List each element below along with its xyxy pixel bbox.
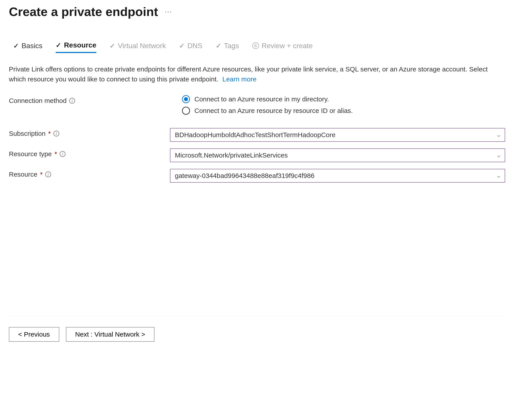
radio-label: Connect to an Azure resource in my direc…: [194, 95, 329, 103]
chevron-down-icon: ⌵: [497, 132, 500, 138]
previous-button[interactable]: < Previous: [9, 327, 59, 342]
radio-checked-icon: [182, 95, 190, 103]
tab-virtual-network[interactable]: ✓ Virtual Network: [110, 41, 166, 53]
required-indicator: *: [54, 150, 57, 158]
wizard-footer: < Previous Next : Virtual Network >: [9, 316, 505, 342]
info-icon[interactable]: i: [69, 98, 75, 104]
resource-type-label: Resource type * i: [9, 149, 170, 158]
tab-review-create[interactable]: 6 Review + create: [252, 41, 313, 53]
check-icon: ✓: [56, 41, 61, 49]
tab-dns[interactable]: ✓ DNS: [179, 41, 202, 53]
learn-more-link[interactable]: Learn more: [222, 75, 256, 83]
select-value: Microsoft.Network/privateLinkServices: [175, 151, 288, 159]
check-icon: ✓: [179, 42, 185, 50]
info-icon[interactable]: i: [60, 151, 66, 157]
radio-label: Connect to an Azure resource by resource…: [194, 107, 353, 114]
radio-option-resource-id[interactable]: Connect to an Azure resource by resource…: [182, 107, 505, 115]
info-icon[interactable]: i: [53, 131, 59, 136]
subscription-select[interactable]: BDHadoopHumboldtAdhocTestShortTermHadoop…: [170, 128, 505, 142]
connection-method-row: Connection method i Connect to an Azure …: [9, 95, 505, 115]
info-icon[interactable]: i: [45, 172, 51, 177]
select-value: BDHadoopHumboldtAdhocTestShortTermHadoop…: [175, 131, 336, 139]
step-number-icon: 6: [252, 42, 259, 49]
resource-row: Resource * i gateway-0344bad99643488e88e…: [9, 169, 505, 183]
tab-label: Review + create: [262, 42, 313, 50]
check-icon: ✓: [110, 42, 115, 50]
tab-basics[interactable]: ✓ Basics: [13, 41, 42, 53]
chevron-down-icon: ⌵: [497, 152, 500, 158]
select-value: gateway-0344bad99643488e88eaf319f9c4f986: [175, 172, 315, 180]
resource-type-select[interactable]: Microsoft.Network/privateLinkServices ⌵: [170, 149, 505, 162]
subscription-row: Subscription * i BDHadoopHumboldtAdhocTe…: [9, 128, 505, 142]
page-header: Create a private endpoint ···: [9, 4, 505, 19]
more-options-icon[interactable]: ···: [165, 8, 172, 16]
resource-label: Resource * i: [9, 169, 170, 178]
tab-label: Tags: [224, 42, 239, 50]
tab-tags[interactable]: ✓ Tags: [216, 41, 239, 53]
tab-description: Private Link offers options to create pr…: [9, 64, 505, 84]
tab-label: Basics: [22, 42, 42, 50]
radio-option-my-directory[interactable]: Connect to an Azure resource in my direc…: [182, 95, 505, 103]
tab-label: Virtual Network: [118, 42, 166, 50]
resource-type-row: Resource type * i Microsoft.Network/priv…: [9, 149, 505, 162]
tab-resource[interactable]: ✓ Resource: [56, 41, 96, 53]
page-title: Create a private endpoint: [9, 4, 158, 19]
required-indicator: *: [40, 171, 43, 178]
check-icon: ✓: [13, 42, 19, 50]
tab-label: Resource: [64, 41, 96, 49]
subscription-label: Subscription * i: [9, 128, 170, 137]
radio-unchecked-icon: [182, 107, 190, 115]
required-indicator: *: [48, 130, 51, 137]
connection-method-label: Connection method i: [9, 95, 182, 105]
wizard-tabs: ✓ Basics ✓ Resource ✓ Virtual Network ✓ …: [9, 41, 505, 53]
check-icon: ✓: [216, 42, 221, 50]
resource-select[interactable]: gateway-0344bad99643488e88eaf319f9c4f986…: [170, 169, 505, 183]
connection-method-radio-group: Connect to an Azure resource in my direc…: [182, 95, 505, 115]
tab-label: DNS: [187, 42, 202, 50]
next-button[interactable]: Next : Virtual Network >: [66, 327, 154, 342]
chevron-down-icon: ⌵: [497, 172, 500, 179]
